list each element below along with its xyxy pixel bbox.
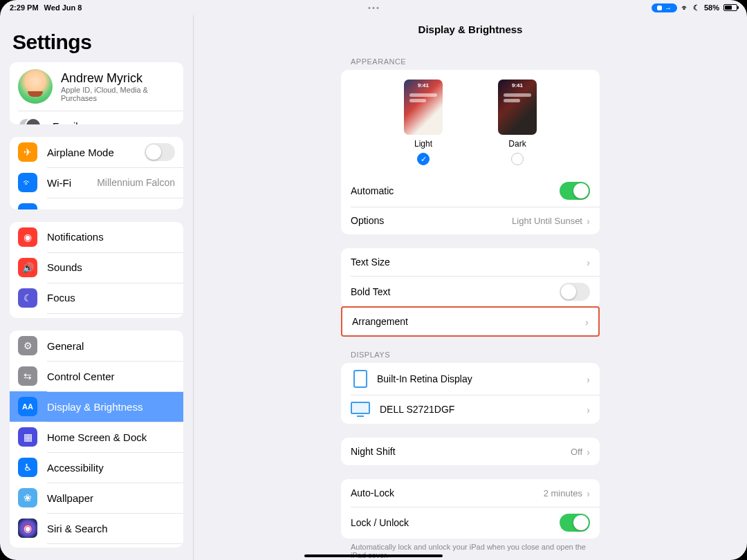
grid-icon: ▦: [18, 427, 37, 447]
auto-lock-row[interactable]: Auto-Lock 2 minutes›: [341, 479, 600, 507]
light-thumb: [404, 80, 443, 135]
automatic-row[interactable]: Automatic: [341, 175, 600, 207]
airplane-switch[interactable]: [145, 143, 175, 161]
accessibility-icon: ♿︎: [18, 458, 37, 477]
display-brightness-row[interactable]: AA Display & Brightness: [10, 391, 183, 422]
aa-icon: AA: [18, 397, 37, 416]
focus-row[interactable]: ☾ Focus: [10, 283, 183, 313]
screen-mirror-pill[interactable]: →: [652, 3, 677, 12]
flower-icon: ❀: [18, 488, 37, 507]
chevron-icon: ›: [587, 446, 590, 458]
battery-icon: [723, 4, 737, 11]
profile-card: Andrew Myrick Apple ID, iCloud, Media & …: [10, 62, 183, 124]
avatar-icon: [18, 69, 53, 104]
siri-row[interactable]: ◉ Siri & Search: [10, 513, 183, 543]
apple-pencil-row[interactable]: ✎ Apple Pencil: [10, 543, 183, 548]
dark-thumb: [498, 80, 537, 135]
ipad-icon: [353, 370, 367, 388]
status-bar: 2:29 PM Wed Jun 8 → ᯤ ☾ 58%: [0, 0, 747, 15]
displays-header: Displays: [341, 351, 600, 363]
apple-id-row[interactable]: Andrew Myrick Apple ID, iCloud, Media & …: [10, 62, 183, 111]
siri-icon: ◉: [18, 519, 37, 538]
speaker-icon: 🔊: [18, 258, 37, 277]
moon-icon: ☾: [18, 288, 37, 308]
multitask-dots[interactable]: [369, 7, 379, 9]
external-display-row[interactable]: DELL S2721DGF ›: [341, 395, 600, 424]
bold-text-row[interactable]: Bold Text: [341, 276, 600, 308]
chevron-icon: ›: [587, 487, 590, 499]
profile-name: Andrew Myrick: [61, 71, 175, 86]
light-theme-option[interactable]: Light ✓: [404, 80, 443, 165]
dark-theme-option[interactable]: Dark: [498, 80, 537, 165]
control-center-row[interactable]: ⇆ Control Center: [10, 361, 183, 391]
chevron-icon: ›: [587, 373, 590, 385]
arrangement-row[interactable]: Arrangement ›: [342, 308, 598, 335]
ipad-settings-screen: 2:29 PM Wed Jun 8 → ᯤ ☾ 58% Settings And…: [0, 0, 747, 560]
options-row[interactable]: Options Light Until Sunset›: [341, 207, 600, 234]
chevron-icon: ›: [585, 316, 589, 328]
wifi-icon: ᯤ: [681, 3, 689, 12]
arrangement-card-highlighted: Arrangement ›: [341, 306, 600, 337]
settings-sidebar: Settings Andrew Myrick Apple ID, iCloud,…: [0, 15, 194, 560]
focus-icon: ☾: [693, 3, 700, 12]
sidebar-title: Settings: [0, 15, 193, 62]
bluetooth-row[interactable]: ⌵ Bluetooth On: [10, 198, 183, 209]
airplane-mode-row[interactable]: ✈ Airplane Mode: [10, 137, 183, 167]
bell-icon: ◉: [18, 227, 37, 247]
page-title: Display & Brightness: [194, 15, 747, 44]
chevron-icon: ›: [587, 256, 590, 268]
notifications-row[interactable]: ◉ Notifications: [10, 222, 183, 252]
general-row[interactable]: ⚙ General: [10, 330, 183, 361]
status-date: Wed Jun 8: [44, 3, 82, 12]
airplane-icon: ✈: [18, 142, 37, 162]
wifi-row-icon: ᯤ: [18, 173, 37, 192]
wifi-row[interactable]: ᯤ Wi-Fi Millennium Falcon: [10, 167, 183, 198]
lock-unlock-switch[interactable]: [560, 514, 590, 532]
battery-pct: 58%: [704, 3, 719, 12]
night-shift-row[interactable]: Night Shift Off›: [341, 438, 600, 465]
screentime-row[interactable]: ⏳ Screen Time: [10, 313, 183, 318]
chevron-icon: ›: [587, 215, 590, 227]
status-time: 2:29 PM: [10, 3, 39, 12]
family-avatar-icon: [18, 116, 43, 124]
light-radio[interactable]: ✓: [417, 153, 430, 165]
wallpaper-row[interactable]: ❀ Wallpaper: [10, 483, 183, 513]
monitor-icon: [351, 402, 370, 417]
lock-unlock-row[interactable]: Lock / Unlock: [341, 507, 600, 539]
dark-radio[interactable]: [511, 153, 524, 165]
toggles-icon: ⇆: [18, 366, 37, 386]
profile-sub: Apple ID, iCloud, Media & Purchases: [61, 86, 175, 102]
chevron-icon: ›: [587, 404, 590, 416]
gear-icon: ⚙: [18, 336, 37, 355]
automatic-switch[interactable]: [560, 182, 590, 200]
detail-pane: Display & Brightness Appearance Light ✓ …: [194, 15, 747, 560]
sounds-row[interactable]: 🔊 Sounds: [10, 252, 183, 283]
homescreen-row[interactable]: ▦ Home Screen & Dock: [10, 422, 183, 452]
builtin-display-row[interactable]: Built-In Retina Display ›: [341, 363, 600, 395]
home-indicator[interactable]: [304, 554, 443, 557]
bluetooth-icon: ⌵: [18, 203, 37, 209]
family-row[interactable]: Family: [10, 111, 183, 124]
accessibility-row[interactable]: ♿︎ Accessibility: [10, 452, 183, 483]
text-size-row[interactable]: Text Size ›: [341, 248, 600, 276]
appearance-header: Appearance: [341, 57, 600, 70]
bold-switch[interactable]: [560, 283, 590, 301]
